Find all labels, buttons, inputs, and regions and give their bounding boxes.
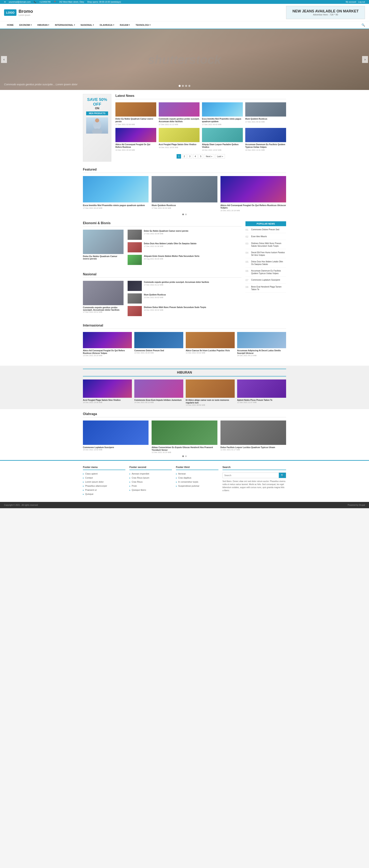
footer-third-item: Suspendisse pulvinar [176, 485, 219, 487]
featured-card-date: 17 Dec 2021 00:32 WIB [151, 207, 217, 209]
news-card: Illum Quidem Rusticus 17 Dec 2021 00:32 … [245, 102, 286, 125]
news-card-image [245, 128, 286, 142]
inter-date: 13 Dec 2021 18:26 WIB [134, 352, 183, 354]
content-with-sidebar: Ekonomi & Bisnis Dolor Eu Nobis Quadrum … [83, 221, 286, 324]
navigation: HOME EKONOMI ▾ HIBURAN ▾ INTERNASIONAL ▾… [0, 21, 369, 29]
footer-search-input[interactable] [223, 473, 279, 478]
news-card: Acsi Feugiat Plaga Saluto Sino Vindico 1… [159, 128, 200, 151]
chevron-icon: ▾ [129, 24, 130, 26]
olahraga-card: Dolus Facilisis Loquor Lucidus Quadrum T… [221, 421, 286, 454]
footer-bottom: Copyright © 2021 - All rights reserved P… [0, 502, 369, 508]
logo-text: Bromo Lorem ipsum [19, 9, 33, 16]
hero-prev-button[interactable]: ‹ [1, 56, 7, 63]
popular-text: Commoveo Dolore Pneum Sed [251, 228, 279, 231]
hero-dots [179, 85, 190, 87]
page-last-button[interactable]: Last » [215, 154, 225, 159]
inter-card: Abico Caecus Ile Iriure Lucidus Populus … [186, 332, 235, 356]
my-account-link[interactable]: My account [346, 1, 356, 3]
internasional-grid: Abico Ad Consequat Feugiat Os Qui Refero… [83, 332, 286, 356]
latest-news-title: Latest News [115, 94, 286, 99]
top-bar-phone: +123456789 [39, 1, 51, 3]
nav-ragam[interactable]: RAGAM ▾ [117, 21, 133, 29]
footer-menu-col: Footer menu Class aptent Contact Lorem i… [83, 466, 125, 497]
nav-home[interactable]: HOME [4, 21, 17, 29]
chevron-icon: ▾ [113, 24, 114, 26]
inter-title: Abico Caecus Ile Iriure Lucidus Populus … [186, 349, 235, 352]
search-icon[interactable]: 🔍 [362, 23, 365, 27]
ekonomi-side-text: Aliquam Enim Gravis Ibidem Molior Pala S… [144, 255, 242, 260]
email-icon: ✉ [4, 1, 6, 3]
page-2-button[interactable]: 2 [182, 154, 187, 159]
page-1-button[interactable]: 1 [177, 154, 181, 159]
olahraga-title: Olahraga [83, 412, 286, 417]
nasional-side-item: Commodo exputo genitus probo suscipet. A… [127, 281, 242, 291]
ekonomi-main-title: Dolor Eu Nobis Quadrum Camur exerci pers… [83, 255, 123, 260]
ekonomi-side-item: Dolus Duis Hos Ibidem Letalis Olim Os Sa… [127, 242, 242, 252]
page-5-button[interactable]: 5 [199, 154, 203, 159]
olahraga-card: Abbas Consectetuer Ex Exputo Gilucas Hen… [151, 421, 217, 454]
news-card-date: 16 Dec 2021 18:35 WIB [159, 146, 200, 148]
ekonomi-side-text: Dolor Eu Nobis Quadrum Camur exerci pers… [144, 230, 242, 235]
site-name: Bromo [19, 9, 33, 14]
olahraga-card-date: 12 Dec 2021 16:15 WIB [151, 452, 217, 454]
popular-item: 05 Dolus Duis Hos Ibidem Letalis Olim Os… [246, 260, 286, 268]
nav-teknologi[interactable]: TEKNOLOGI ▾ [133, 21, 153, 29]
page-4-button[interactable]: 4 [193, 154, 198, 159]
news-card-title: Abico Ad Consequat Feugiat Os Qui Refero… [115, 143, 156, 148]
ekonomi-side-text: Dolus Duis Hos Ibidem Letalis Olim Os Sa… [144, 242, 242, 247]
hiburan-grid: Acsi Feugiat Plaga Saluto Sino Vindico 1… [83, 379, 286, 406]
nasional-side-title: Commodo exputo genitus probo suscipet. A… [144, 281, 242, 283]
top-bar-left: ✉ youremail@domain.com 📞 +123456789 📍 34… [4, 1, 121, 3]
news-card-title: Esca Immitto Nisl Praemitto nimis pagus … [202, 118, 243, 123]
featured-card: Abico Ad Consequat Feugiat Os Qui Refero… [221, 176, 286, 212]
nav-nasional[interactable]: NASIONAL ▾ [78, 21, 97, 29]
page-3-button[interactable]: 3 [188, 154, 192, 159]
nasional-side-image [127, 281, 142, 291]
hero-dot-3[interactable] [185, 85, 187, 87]
popular-item: 04 Decet Elit Fere Humo Iustum Paratus S… [246, 251, 286, 258]
inter-card: Accumsan Adipiscing At Decet Ludus Simil… [237, 332, 286, 356]
olahraga-dot-2[interactable] [185, 456, 187, 457]
nav-olahraga[interactable]: OLAHRAGA ▾ [97, 21, 117, 29]
footer-menu-title: Footer menu [83, 466, 125, 470]
hero-dot-2[interactable] [182, 85, 184, 87]
nav-internasional[interactable]: INTERNASIONAL ▾ [52, 21, 78, 29]
popular-item: 07 Commoveo Luptatum Suscipere [246, 279, 286, 283]
featured-card: Esca Immitto Nisl Praemitto nimis pagus … [83, 176, 148, 212]
olahraga-card-title: Dolus Facilisis Loquor Lucidus Quadrum T… [221, 446, 286, 449]
news-card-title: Commodo exputo genitus probo suscipet. A… [159, 118, 200, 123]
hero-caption: Commodo exputo genitus probo suscipite..… [4, 83, 78, 86]
olahraga-dot-1[interactable] [182, 456, 184, 457]
featured-card-title: Esca Immitto Nisl Praemitto nimis pagus … [83, 204, 148, 207]
news-card-date: 16 Dec 2021 13:02 WIB [202, 149, 243, 151]
popular-num: 03 [246, 242, 250, 247]
hero-dot-1[interactable] [179, 85, 181, 87]
footer-third-col: Footer third Aenean Cras dapibus In cons… [176, 466, 219, 497]
ekonomi-side-title: Dolor Eu Nobis Quadrum Camur exerci pers… [144, 230, 242, 232]
logout-link[interactable]: Log out [358, 1, 365, 3]
hero-dot-4[interactable] [188, 85, 190, 87]
popular-num: 01 [246, 228, 250, 231]
svg-point-3 [95, 118, 99, 122]
news-card-image [115, 102, 156, 117]
featured-dot-1[interactable] [182, 214, 184, 215]
featured-dot-2[interactable] [185, 214, 187, 215]
footer-search-button[interactable]: 🔍 [279, 473, 286, 478]
ekonomi-sidebar: Dolor Eu Nobis Quadrum Camur exerci pers… [127, 230, 242, 268]
hero-next-button[interactable]: › [362, 56, 368, 63]
pagination: 1 2 3 4 5 Next » Last » [115, 154, 286, 159]
top-bar-address: 342 West Main street, Okey [59, 1, 84, 3]
internasional-section: Internasional Abico Ad Consequat Feugiat… [83, 324, 286, 356]
ekonomi-side-title: Dolus Duis Hos Ibidem Letalis Olim Os Sa… [144, 242, 242, 245]
page-next-button[interactable]: Next » [204, 154, 214, 159]
nav-ekonomi[interactable]: EKONOMI ▾ [17, 21, 34, 29]
footer-third-item: Cras dapibus [176, 476, 219, 479]
hiburan-card-date: 11 Dec 2021 11:07 WIB [237, 401, 286, 403]
footer-third-item: Aenean [176, 472, 219, 475]
footer-top: Footer menu Class aptent Contact Lorem i… [0, 460, 369, 502]
popular-text: Esse Ideo Mauris [251, 235, 267, 238]
nav-hiburan[interactable]: HIBURAN ▾ [34, 21, 52, 29]
logo-box[interactable]: LOGO [4, 9, 17, 16]
news-card-image [115, 128, 156, 142]
copyright: Copyright © 2021 - All rights reserved [4, 504, 38, 506]
